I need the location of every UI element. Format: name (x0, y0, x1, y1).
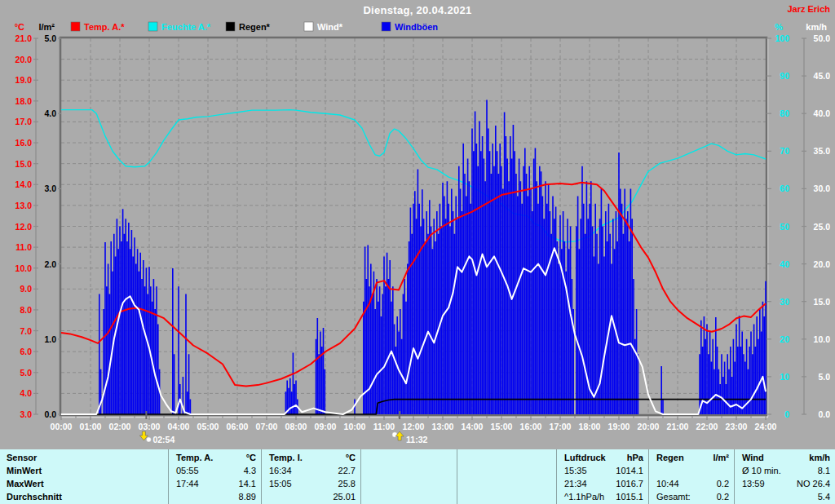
legend-swatch (71, 22, 80, 31)
stats-cell (361, 490, 457, 503)
stats-cell: 21:341016.7 (557, 477, 648, 490)
axis-tick-label: 17.0 (15, 117, 33, 126)
stats-col-header: Regenl/m² (649, 451, 734, 464)
x-tick-label: 21:00 (667, 422, 689, 431)
axis-tick-label: 12.0 (15, 222, 33, 232)
axis-tick-label: 10.0 (15, 263, 33, 273)
stats-cell-time: 13:59 (742, 477, 765, 490)
legend-label: Regen* (239, 22, 271, 32)
axis-tick-label: 5.0 (44, 33, 56, 43)
stats-cell (361, 464, 457, 477)
axis-tick-label: 30.0 (814, 183, 831, 193)
axis-tick-label: 60 (780, 183, 789, 193)
stats-col-name: Regen (656, 451, 684, 464)
x-tick-label: 09:00 (315, 422, 337, 431)
stats-col-name: Wind (742, 451, 764, 464)
x-tick-label: 03:00 (139, 422, 161, 431)
stats-cell: Ø 10 min.8.1 (735, 464, 835, 477)
stats-cell-value: 5.4 (818, 490, 830, 503)
weather-app-window: Dienstag, 20.04.2021 Jarz Erich °Cl/m²%k… (0, 0, 835, 504)
stats-cell: 15:0525.8 (262, 477, 360, 490)
x-tick-label: 05:00 (197, 422, 219, 431)
stats-col-header: Windkm/h (735, 451, 835, 464)
stats-cell (649, 464, 734, 477)
stats-cell-value: 14.1 (239, 477, 256, 490)
stats-row-label: MaxWert (0, 477, 168, 490)
axis-tick-label: 70 (780, 146, 789, 156)
stats-cell: 15:351014.1 (557, 464, 648, 477)
stats-cell-value: 1015.1 (616, 490, 643, 503)
stats-cell-time: 05:55 (176, 464, 199, 477)
stats-cell-value: 1016.7 (616, 477, 643, 490)
stats-col-wind: Windkm/hØ 10 min.8.113:59NO 26.45.4 (734, 449, 835, 504)
stats-cell-time: 15:05 (269, 477, 292, 490)
stats-cell (457, 490, 556, 503)
axis-tick-label: 25.0 (814, 222, 831, 232)
stats-cell: 17:4414.1 (169, 477, 261, 490)
stats-cell-value: 0.2 (717, 477, 729, 490)
axis-tick-label: 1.0 (44, 334, 56, 344)
legend-label: Temp. A.* (84, 22, 125, 32)
axis-tick-label: 4.0 (20, 388, 32, 398)
axis-tick-label: 0 (784, 409, 789, 419)
axis-tick-label: 40.0 (814, 108, 831, 118)
axis-tick-label: 15.0 (814, 297, 831, 307)
marker-time-label: 02:54 (152, 435, 175, 444)
stats-col-header: LuftdruckhPa (557, 451, 648, 464)
wind-axis-unit: km/h (806, 22, 827, 32)
stats-cell-value: 8.1 (818, 464, 830, 477)
stats-cell-value: 25.01 (333, 490, 356, 503)
legend: °Cl/m²%km/hTemp. A.*Feuchte A.*Regen*Win… (15, 22, 828, 32)
stats-cell-value: 0.2 (717, 490, 729, 503)
stats-col-unit: °C (346, 451, 356, 464)
axis-tick-label: 100 (775, 33, 789, 43)
stats-col-luftdruck: LuftdruckhPa15:351014.121:341016.7^1.1hP… (556, 449, 648, 504)
moonset-icon (139, 431, 151, 442)
stats-row-labels: SensorMinWertMaxWertDurchschnitt (0, 449, 168, 504)
stats-cell: 8.89 (169, 490, 261, 503)
axis-tick-label: 20 (780, 334, 789, 344)
axis-tick-label: 4.0 (44, 108, 56, 118)
stats-row-label: Sensor (0, 451, 168, 464)
axis-tick-label: 8.0 (20, 305, 32, 315)
legend-swatch (382, 22, 391, 31)
axis-tick-label: 10 (780, 372, 789, 382)
stats-col-name: Temp. I. (269, 451, 303, 464)
stats-cell: Gesamt:0.2 (649, 490, 734, 503)
stats-cell-time: 21:34 (564, 477, 587, 490)
x-tick-label: 04:00 (168, 422, 190, 431)
stats-row-label: MinWert (0, 464, 168, 477)
legend-item: Feuchte A.* (148, 22, 211, 32)
axis-tick-label: 50.0 (814, 33, 831, 43)
x-tick-label: 08:00 (285, 422, 307, 431)
x-tick-label: 07:00 (256, 422, 278, 431)
axis-tick-label: 6.0 (20, 347, 32, 356)
x-tick-label: 23:00 (726, 422, 748, 431)
legend-swatch (226, 22, 235, 31)
stats-cell: 13:59NO 26.4 (735, 477, 835, 490)
stats-cell-value: 4.3 (244, 464, 256, 477)
axis-tick-label: 5.0 (20, 368, 32, 378)
stats-cell-time: 16:34 (269, 464, 292, 477)
stats-col-empty (360, 449, 457, 504)
axis-tick-label: 35.0 (814, 146, 831, 156)
axis-tick-label: 21.0 (15, 33, 33, 43)
stats-row-label: Durchschnitt (0, 490, 168, 503)
rain-axis-unit: l/m² (38, 22, 55, 32)
stats-cell: ^1.1hPa/h1015.1 (557, 490, 648, 503)
axis-tick-label: 11.0 (15, 242, 32, 252)
legend-label: Feuchte A.* (161, 22, 211, 32)
axis-tick-label: 9.0 (20, 284, 32, 294)
stats-cell: 5.4 (735, 490, 835, 503)
stats-col-regen: Regenl/m²10:440.2Gesamt:0.2 (648, 449, 734, 504)
axis-tick-label: 19.0 (15, 75, 33, 85)
x-tick-label: 12:00 (403, 422, 425, 431)
stats-cell (457, 464, 556, 477)
stats-cell: 16:3422.7 (262, 464, 360, 477)
stats-cell-value: 1014.1 (616, 464, 643, 477)
x-tick-label: 18:00 (579, 422, 601, 431)
axis-tick-label: 0.0 (44, 409, 56, 419)
axis-tick-label: 3.0 (44, 183, 56, 193)
stats-cell: 10:440.2 (649, 477, 734, 490)
axis-tick-label: 20.0 (814, 259, 831, 269)
